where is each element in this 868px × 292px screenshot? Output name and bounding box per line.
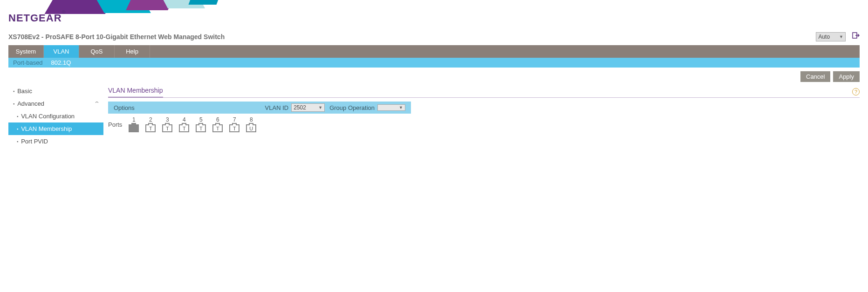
sidebar-item-basic[interactable]: ▪Basic bbox=[8, 85, 103, 97]
sidebar-item-advanced[interactable]: ▪Advanced bbox=[8, 97, 103, 110]
port-2-toggle[interactable]: T bbox=[145, 124, 156, 132]
sidebar-item-label: VLAN Configuration bbox=[21, 113, 75, 120]
brand-logo: NETGEAR® bbox=[8, 12, 66, 24]
port-number: 2 bbox=[149, 116, 152, 123]
port-3-toggle[interactable]: T bbox=[162, 124, 172, 132]
subtab-port-based[interactable]: Port-based bbox=[13, 59, 43, 66]
apply-button[interactable]: Apply bbox=[833, 71, 860, 82]
port-7-toggle[interactable]: T bbox=[229, 124, 239, 132]
group-operation-select[interactable]: ▼ bbox=[377, 104, 405, 111]
vlan-id-label: VLAN ID bbox=[265, 104, 289, 111]
tab-qos[interactable]: QoS bbox=[79, 45, 115, 58]
sidebar: ▪Basic ▪Advanced ▪VLAN Configuration ▪VL… bbox=[8, 85, 103, 148]
port-6-toggle[interactable]: T bbox=[212, 124, 223, 132]
chevron-down-icon: ▼ bbox=[318, 105, 322, 110]
sub-tabs: Port-based 802.1Q bbox=[8, 58, 860, 68]
port-tag: T bbox=[183, 126, 186, 131]
language-select[interactable]: Auto ▼ bbox=[816, 32, 846, 41]
sidebar-item-label: VLAN Membership bbox=[21, 125, 72, 132]
sidebar-item-label: Basic bbox=[17, 88, 32, 95]
port-tag: T bbox=[149, 126, 152, 131]
section-title: VLAN Membership bbox=[108, 85, 163, 98]
port-number: 5 bbox=[199, 116, 203, 123]
sidebar-item-vlan-membership[interactable]: ▪VLAN Membership bbox=[8, 122, 103, 135]
sidebar-item-label: Advanced bbox=[17, 100, 44, 107]
port-tag: U bbox=[249, 126, 253, 131]
port-5-toggle[interactable]: T bbox=[196, 124, 206, 132]
options-label: Options bbox=[114, 104, 265, 111]
language-select-value: Auto bbox=[818, 34, 830, 40]
port-1-toggle[interactable] bbox=[129, 124, 139, 132]
sidebar-item-port-pvid[interactable]: ▪Port PVID bbox=[8, 135, 103, 148]
port-8-toggle[interactable]: U bbox=[246, 124, 256, 132]
port-tag: T bbox=[233, 126, 236, 131]
sidebar-item-label: Port PVID bbox=[21, 138, 48, 145]
port-number: 3 bbox=[166, 116, 169, 123]
logout-icon[interactable] bbox=[852, 32, 860, 41]
options-bar: Options VLAN ID 2502 ▼ Group Operation ▼ bbox=[108, 102, 411, 114]
tab-system[interactable]: System bbox=[8, 45, 44, 58]
logo-row: NETGEAR® bbox=[0, 15, 868, 32]
port-number: 4 bbox=[183, 116, 186, 123]
ports-grid: 1 2T 3T 4T 5T 6T 7T 8U bbox=[129, 116, 256, 132]
tab-vlan[interactable]: VLAN bbox=[44, 45, 79, 58]
port-4-toggle[interactable]: T bbox=[179, 124, 189, 132]
chevron-down-icon: ▼ bbox=[839, 34, 843, 39]
port-tag: T bbox=[216, 126, 219, 131]
ports-label: Ports bbox=[108, 116, 122, 128]
port-number: 8 bbox=[250, 116, 253, 123]
port-tag: T bbox=[199, 126, 203, 131]
port-number: 7 bbox=[233, 116, 236, 123]
vlan-id-select[interactable]: 2502 ▼ bbox=[291, 103, 325, 112]
header-decoration bbox=[0, 0, 868, 15]
vlan-id-value: 2502 bbox=[294, 104, 318, 111]
help-icon[interactable]: ? bbox=[852, 88, 860, 95]
chevron-down-icon: ▼ bbox=[399, 105, 403, 110]
subtab-8021q[interactable]: 802.1Q bbox=[51, 59, 71, 66]
page-title: XS708Ev2 - ProSAFE 8-Port 10-Gigabit Eth… bbox=[8, 33, 816, 41]
main-tabs: System VLAN QoS Help bbox=[8, 45, 860, 58]
sidebar-item-vlan-configuration[interactable]: ▪VLAN Configuration bbox=[8, 110, 103, 122]
port-number: 6 bbox=[216, 116, 219, 123]
group-operation-label: Group Operation bbox=[329, 104, 375, 111]
tab-help[interactable]: Help bbox=[115, 45, 150, 58]
port-tag: T bbox=[166, 126, 169, 131]
port-number: 1 bbox=[132, 116, 136, 123]
cancel-button[interactable]: Cancel bbox=[800, 71, 830, 82]
